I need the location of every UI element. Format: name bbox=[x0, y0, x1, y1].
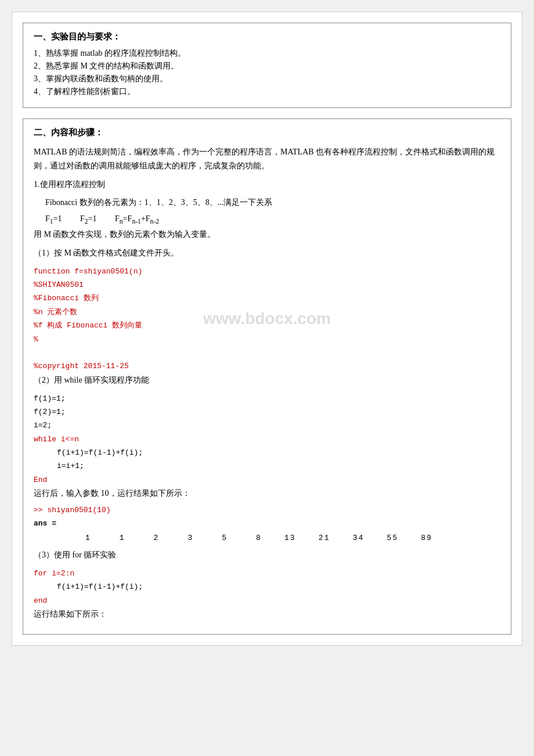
list-item: 2、熟悉掌握 M 文件的结构和函数调用。 bbox=[34, 61, 500, 71]
section2-title: 二、内容和步骤： bbox=[34, 127, 500, 138]
code2-line-1: f(1)=1; bbox=[34, 392, 500, 405]
cmd-container: >> shiyan0501(10) bbox=[34, 505, 500, 514]
code-line-7: %copyright 2015-11-25 bbox=[34, 359, 500, 373]
code2-line-7: End bbox=[34, 473, 500, 487]
intro-text: MATLAB 的语法规则简洁，编程效率高，作为一个完整的程序语言，MATLAB … bbox=[34, 145, 500, 173]
run-desc2: 运行结果如下所示： bbox=[34, 607, 500, 621]
m-func-desc: 用 M 函数文件实现，数列的元素个数为输入变量。 bbox=[34, 228, 500, 242]
part1-title: 1.使用程序流程控制 bbox=[34, 178, 500, 192]
list-item: 4、了解程序性能剖析窗口。 bbox=[34, 87, 500, 97]
code2-line-6: i=i+1; bbox=[57, 459, 500, 473]
math-fn: Fn=Fn-1+Fn-2 bbox=[115, 214, 159, 223]
code2-line-3: i=2; bbox=[34, 419, 500, 432]
step3-desc: （3）使用 for 循环实验 bbox=[34, 548, 500, 562]
code-line-3: %Fibonacci 数列 bbox=[34, 291, 500, 305]
step2-desc: （2）用 while 循环实现程序功能 bbox=[34, 373, 500, 387]
math-f2: F2=1 bbox=[80, 214, 97, 223]
math-f1: F1=1 bbox=[45, 214, 62, 223]
fibonacci-desc: Fibonacci 数列的各元素为：1、1、2、3、5、8、...满足一下关系 bbox=[45, 196, 500, 210]
code-line-6: % bbox=[34, 333, 500, 346]
code2-line-4: while i<=n bbox=[34, 433, 500, 446]
list-item: 3、掌握内联函数和函数句柄的使用。 bbox=[34, 74, 500, 84]
ans-row-values: 1 1 2 3 5 8 13 21 34 55 89 bbox=[57, 534, 432, 542]
ans-container: ans = 1 1 2 3 5 8 13 21 34 55 89 bbox=[34, 519, 500, 542]
code-line-5: %f 构成 Fibonacci 数列向量 bbox=[34, 319, 500, 332]
section1: 一、实验目的与要求： 1、熟练掌握 matlab 的程序流程控制结构。 2、熟悉… bbox=[23, 23, 511, 108]
list-item: 1、熟练掌握 matlab 的程序流程控制结构。 bbox=[34, 48, 500, 59]
code3-line-3: end bbox=[34, 594, 500, 607]
code-block3-container: for i=2:n f(i+1)=f(i-1)+f(i); end bbox=[34, 567, 500, 607]
page: 一、实验目的与要求： 1、熟练掌握 matlab 的程序流程控制结构。 2、熟悉… bbox=[12, 12, 522, 646]
section2: 二、内容和步骤： MATLAB 的语法规则简洁，编程效率高，作为一个完整的程序语… bbox=[23, 118, 511, 635]
code-line-empty bbox=[34, 346, 500, 359]
cmd-line: >> shiyan0501(10) bbox=[34, 506, 111, 514]
code-block1-container: function f=shiyan0501(n) %SHIYAN0501 %Fi… bbox=[34, 265, 500, 373]
section1-list: 1、熟练掌握 matlab 的程序流程控制结构。 2、熟悉掌握 M 文件的结构和… bbox=[34, 48, 500, 97]
code3-line-2: f(i+1)=f(i-1)+f(i); bbox=[57, 580, 500, 593]
code2-line-5: f(i+1)=f(i-1)+f(i); bbox=[57, 446, 500, 459]
code2-line-2: f(2)=1; bbox=[34, 405, 500, 419]
code-block2-container: f(1)=1; f(2)=1; i=2; while i<=n f(i+1)=f… bbox=[34, 392, 500, 487]
step1-desc: （1）按 M 函数文件格式创建文件开头。 bbox=[34, 246, 500, 260]
ans-values: 1 1 2 3 5 8 13 21 34 55 89 bbox=[57, 534, 500, 542]
code-line-4: %n 元素个数 bbox=[34, 305, 500, 319]
run-desc1: 运行后，输入参数 10，运行结果如下所示： bbox=[34, 487, 500, 501]
section1-title: 一、实验目的与要求： bbox=[34, 31, 500, 42]
code-line-2: %SHIYAN0501 bbox=[34, 278, 500, 291]
code-line-1: function f=shiyan0501(n) bbox=[34, 265, 500, 278]
ans-label: ans = bbox=[34, 519, 500, 528]
math-line: F1=1 F2=1 Fn=Fn-1+Fn-2 bbox=[45, 214, 500, 225]
code3-line-1: for i=2:n bbox=[34, 567, 500, 580]
